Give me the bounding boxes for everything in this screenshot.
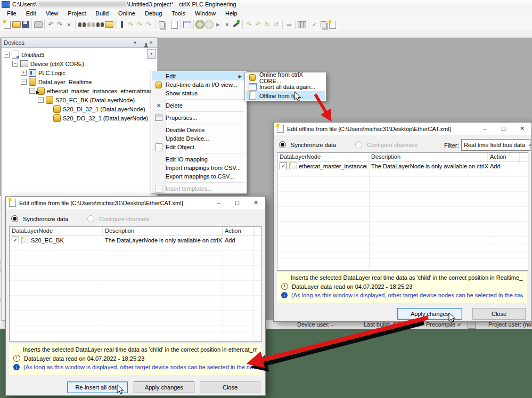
submenu-item-online[interactable]: Online from ctrlX CORE... — [245, 73, 325, 82]
synchronize-data-radio[interactable]: Synchronize data — [279, 141, 336, 148]
table-row[interactable]: ✓ S20_EC_BK The DataLayerNode is only av… — [10, 236, 261, 244]
close-button[interactable]: Close — [200, 381, 260, 393]
step-over-icon[interactable] — [244, 20, 253, 29]
menu-file[interactable]: File — [2, 9, 21, 18]
find-in-project-icon[interactable] — [95, 20, 104, 29]
tree-item-s20-ec-bk[interactable]: − S20_EC_BK (DataLayerNode) — [2, 95, 157, 104]
menu-project[interactable]: Project — [63, 9, 91, 18]
error-count: 0 — [402, 321, 405, 328]
menu-item-edit-object[interactable]: Edit Object — [152, 143, 246, 151]
open-icon[interactable] — [12, 20, 21, 29]
dialog-title-bar[interactable]: Edit offline from file [C:\Users\michsc3… — [274, 123, 531, 135]
menu-item-import-mappings[interactable]: Import mappings from CSV... — [152, 164, 246, 172]
table-row[interactable]: ✓ ethercat_master_instances_etherca... T… — [277, 162, 528, 170]
tree-item-s20-do-32-1[interactable]: S20_DO_32_1 (DataLayerNode) — [2, 113, 157, 123]
stop-icon[interactable] — [223, 20, 232, 29]
submenu-item-insert-again[interactable]: Insert all data again... — [245, 82, 325, 91]
gear2-icon[interactable] — [204, 20, 214, 29]
menu-window[interactable]: Window — [190, 9, 220, 18]
row-checkbox[interactable]: ✓ — [12, 237, 19, 244]
save-icon[interactable] — [21, 20, 30, 29]
panel-close-icon[interactable]: ✕ — [147, 40, 155, 45]
window-title-suffix: \Untitled3.project* - ctrlX PLC Engineer… — [127, 1, 236, 7]
undo-icon[interactable] — [46, 20, 55, 29]
menu-view[interactable]: View — [41, 9, 63, 18]
replace-in-project-icon[interactable] — [104, 20, 113, 29]
expand-toggle-icon[interactable]: + — [21, 70, 27, 76]
new-window-icon[interactable] — [170, 20, 179, 29]
prev-bookmark-icon[interactable] — [126, 20, 135, 29]
menu-item-delete[interactable]: ✕ Delete — [152, 101, 246, 110]
collapse-toggle-icon[interactable]: − — [21, 79, 27, 85]
context-menu: Edit ▶ Real-time data in I/O view... Sho… — [151, 71, 247, 194]
minimize-icon[interactable]: – — [209, 197, 228, 209]
print-icon[interactable] — [34, 20, 43, 29]
bookmark-icon[interactable] — [117, 20, 126, 29]
debug-tools-icon[interactable] — [232, 20, 241, 29]
copy-object-icon[interactable] — [319, 20, 328, 29]
row-checkbox[interactable]: ✓ — [280, 163, 287, 170]
gear-icon[interactable] — [195, 20, 204, 29]
clear-bookmarks-icon[interactable] — [144, 20, 153, 29]
filter-combobox[interactable]: Real time field bus data ∨ — [461, 139, 530, 151]
redo-icon[interactable] — [55, 20, 64, 29]
panel-menu-icon[interactable]: ▾ — [131, 40, 139, 45]
copy-icon[interactable] — [157, 20, 166, 29]
run-icon[interactable] — [214, 20, 223, 29]
apply-changes-button[interactable]: Apply changes — [397, 308, 462, 320]
tree-item-device[interactable]: − Device (ctrlX CORE) — [2, 59, 157, 68]
dialog-icon — [277, 125, 284, 133]
collapse-toggle-icon[interactable]: − — [4, 52, 10, 58]
menu-item-edit-io-mapping[interactable]: Edit IO mapping — [152, 155, 246, 164]
close-icon[interactable]: ✕ — [513, 123, 531, 135]
reset-icon[interactable] — [272, 20, 281, 29]
minimize-icon[interactable]: – — [476, 123, 494, 135]
build-icon[interactable] — [183, 20, 192, 29]
menu-tools[interactable]: Tools — [167, 9, 190, 18]
tree-item-ethercat-master[interactable]: − ethercat_master_instances_ethercatmast… — [2, 86, 157, 95]
synchronize-data-radio[interactable]: Synchronize data — [11, 215, 68, 222]
new-file-icon[interactable] — [3, 20, 12, 29]
menu-item-update-device[interactable]: Update Device... — [152, 134, 246, 143]
tree-item-project[interactable]: − Untitled3 — [2, 50, 157, 59]
info-note-text: (As long as this window is displayed, ot… — [291, 292, 523, 298]
find-next-icon[interactable] — [86, 20, 95, 29]
menu-online[interactable]: Online — [113, 9, 140, 18]
reinsert-all-data-button[interactable]: Re-insert all data — [67, 381, 128, 393]
close-button[interactable]: Close — [472, 308, 526, 320]
menu-help[interactable]: Help — [220, 9, 242, 18]
menu-build[interactable]: Build — [91, 9, 113, 18]
close-icon[interactable]: ✕ — [247, 197, 265, 209]
menu-item-realtime-data[interactable]: Real-time data in I/O view... — [152, 80, 246, 89]
menu-debug[interactable]: Debug — [140, 9, 167, 18]
maximize-icon[interactable]: ◻ — [494, 123, 513, 135]
menu-item-edit[interactable]: Edit ▶ — [152, 72, 246, 80]
io-grid-icon[interactable] — [297, 20, 306, 29]
device-filter-dropdown-icon[interactable]: ▾ — [147, 49, 156, 59]
delete-icon[interactable] — [64, 20, 73, 29]
collapse-toggle-icon[interactable]: − — [12, 61, 18, 67]
apply-changes-button[interactable]: Apply changes — [134, 381, 194, 393]
tree-item-datalayer-realtime[interactable]: − DataLayer_Realtime — [2, 77, 157, 86]
dialog-title-bar[interactable]: Edit offline from file [C:\Users\michsc3… — [6, 197, 265, 209]
menu-item-disable-device[interactable]: Disable Device — [152, 126, 246, 134]
submenu-item-offline-from-file[interactable]: Offline from file... — [245, 91, 325, 100]
goto-icon[interactable] — [284, 20, 293, 29]
find-icon[interactable] — [77, 20, 86, 29]
menu-item-export-mappings[interactable]: Export mappings to CSV... — [152, 172, 246, 181]
menu-item-properties[interactable]: Properties... — [152, 113, 246, 122]
maximize-icon[interactable]: ◻ — [228, 197, 247, 209]
paste-object-icon[interactable] — [328, 20, 337, 29]
step-into-icon[interactable] — [253, 20, 263, 29]
edit-offline-dialog-front: Edit offline from file [C:\Users\michsc3… — [5, 196, 266, 396]
next-bookmark-icon[interactable] — [135, 20, 144, 29]
menu-edit[interactable]: Edit — [21, 9, 41, 18]
menu-item-show-status[interactable]: Show status — [152, 89, 246, 98]
tree-item-s20-di-32-1[interactable]: S20_DI_32_1 (DataLayerNode) — [2, 104, 157, 113]
collapse-toggle-icon[interactable]: − — [29, 88, 35, 94]
collapse-toggle-icon[interactable]: − — [38, 97, 44, 103]
step-out-icon[interactable] — [263, 20, 272, 29]
check-icon[interactable] — [310, 20, 319, 29]
tree-item-plc-logic[interactable]: + PLC Logic — [2, 68, 157, 77]
table-header: DataLayerNode Description Action — [10, 227, 261, 236]
